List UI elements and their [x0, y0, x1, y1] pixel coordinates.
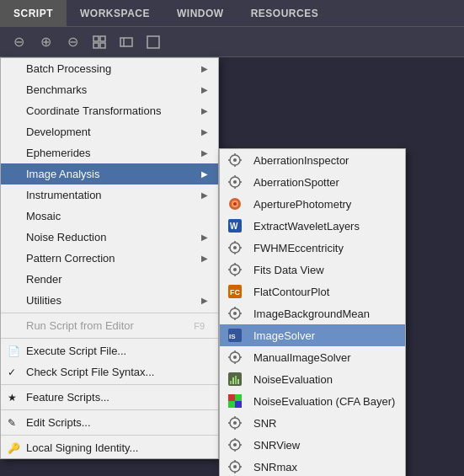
development-label: Development: [26, 126, 91, 138]
submenu-aberration-spotter[interactable]: AberrationSpotter: [220, 171, 405, 193]
zoom-actual-btn[interactable]: [115, 30, 138, 54]
menu-item-execute-script[interactable]: 📄 Execute Script File...: [1, 340, 218, 361]
menu-window[interactable]: WINDOW: [163, 0, 237, 26]
menu-item-feature-scripts[interactable]: ★ Feature Scripts...: [1, 387, 218, 408]
submenu-image-solver[interactable]: IS ImageSolver: [220, 324, 405, 346]
menu-item-ephemerides[interactable]: Ephemerides ▶: [1, 142, 218, 163]
svg-point-39: [233, 312, 237, 315]
check-syntax-label: Check Script File Syntax...: [26, 366, 154, 378]
edit-scripts-label: Edit Scripts...: [26, 416, 91, 429]
execute-script-icon: 📄: [8, 345, 20, 357]
aberration-spotter-icon: [225, 174, 245, 190]
utilities-label: Utilities: [26, 294, 61, 307]
edit-scripts-icon: ✎: [8, 417, 16, 429]
zoom-window-btn[interactable]: [141, 30, 165, 54]
menu-item-run-script: Run Script from Editor F9: [1, 315, 218, 336]
execute-script-label: Execute Script File...: [26, 345, 126, 357]
svg-point-21: [233, 202, 237, 206]
menu-item-edit-scripts[interactable]: ✎ Edit Scripts...: [1, 412, 218, 433]
submenu-noise-evaluation[interactable]: NoiseEvaluation: [220, 368, 405, 390]
arrow-icon: ▶: [201, 148, 208, 158]
svg-rect-54: [232, 377, 234, 384]
image-analysis-label: Image Analysis: [26, 168, 99, 180]
svg-text:W: W: [230, 222, 238, 231]
submenu-snr-max[interactable]: SNRmax: [220, 456, 405, 476]
check-syntax-icon: ✓: [8, 366, 16, 378]
ephemerides-label: Ephemerides: [26, 147, 91, 159]
noise-evaluation-label: NoiseEvaluation: [253, 373, 333, 386]
snr-max-icon: [225, 458, 245, 475]
arrow-icon: ▶: [201, 106, 208, 115]
render-label: Render: [26, 273, 62, 286]
extract-wavelet-icon: W: [225, 217, 245, 234]
script-dropdown: Batch Processing ▶ Benchmarks ▶ Coordina…: [0, 57, 219, 459]
feature-scripts-icon: ★: [8, 392, 17, 404]
menu-resources[interactable]: RESOURCES: [237, 0, 333, 26]
feature-scripts-label: Feature Scripts...: [26, 391, 109, 404]
coord-transform-label: Coordinate Transformations: [26, 104, 161, 117]
menu-workspace[interactable]: WORKSPACE: [67, 0, 163, 26]
separator-1: [1, 313, 218, 313]
svg-point-47: [233, 356, 237, 359]
submenu-image-bg-mean[interactable]: ImageBackgroundMean: [220, 302, 405, 324]
menu-item-utilities[interactable]: Utilities ▶: [1, 290, 218, 311]
flat-contour-icon: FC: [225, 283, 245, 300]
svg-rect-56: [237, 379, 239, 384]
menu-item-development[interactable]: Development ▶: [1, 121, 218, 142]
menu-item-check-syntax[interactable]: ✓ Check Script File Syntax...: [1, 361, 218, 382]
svg-point-68: [233, 443, 237, 447]
menu-item-instrumentation[interactable]: Instrumentation ▶: [1, 185, 218, 206]
svg-point-62: [233, 421, 237, 425]
menus-area: Batch Processing ▶ Benchmarks ▶ Coordina…: [0, 57, 219, 459]
submenu-noise-evaluation-cfa[interactable]: NoiseEvaluation (CFA Bayer): [220, 390, 405, 412]
zoom-in-btn[interactable]: ⊕: [34, 30, 57, 54]
submenu-snr[interactable]: SNR: [220, 412, 405, 434]
arrow-icon: ▶: [201, 127, 208, 136]
submenu-aberration-inspector[interactable]: AberrationInspector: [220, 149, 405, 171]
instrumentation-label: Instrumentation: [26, 189, 102, 201]
aperture-photometry-icon: [225, 195, 245, 212]
submenu-manual-image-solver[interactable]: ManualImageSolver: [220, 346, 405, 368]
image-solver-label: ImageSolver: [253, 329, 315, 342]
mosaic-label: Mosaic: [26, 210, 61, 222]
extract-wavelet-label: ExtractWaveletLayers: [253, 220, 360, 233]
submenu-aperture-photometry[interactable]: AperturePhotometry: [220, 193, 405, 215]
zoom-out-btn[interactable]: ⊖: [7, 30, 30, 54]
menu-item-render[interactable]: Render: [1, 269, 218, 290]
svg-point-8: [233, 158, 237, 162]
local-signing-label: Local Signing Identity...: [26, 441, 138, 454]
menu-item-coord-transform[interactable]: Coordinate Transformations ▶: [1, 100, 218, 121]
svg-rect-6: [147, 36, 159, 48]
image-bg-mean-label: ImageBackgroundMean: [253, 308, 370, 320]
menu-item-benchmarks[interactable]: Benchmarks ▶: [1, 79, 218, 100]
zoom-fit-btn[interactable]: [88, 30, 111, 54]
menu-item-local-signing[interactable]: 🔑 Local Signing Identity...: [1, 437, 218, 458]
menu-item-pattern-correction[interactable]: Pattern Correction ▶: [1, 248, 218, 269]
arrow-icon: ▶: [201, 233, 208, 242]
manual-image-solver-label: ManualImageSolver: [253, 351, 351, 364]
submenu-extract-wavelet[interactable]: W ExtractWaveletLayers: [220, 215, 405, 237]
svg-rect-4: [120, 38, 132, 46]
submenu-fits-data[interactable]: Fits Data View: [220, 259, 405, 281]
menu-item-noise-reduction[interactable]: Noise Reduction ▶: [1, 227, 218, 248]
run-script-label: Run Script from Editor: [26, 319, 134, 332]
menu-item-batch-processing[interactable]: Batch Processing ▶: [1, 58, 218, 79]
fwhm-label: FWHMEccentricity: [253, 242, 344, 254]
menu-script[interactable]: SCRIPT: [0, 0, 67, 26]
arrow-icon: ▶: [201, 254, 208, 263]
menu-item-image-analysis[interactable]: Image Analysis ▶: [1, 163, 218, 185]
batch-processing-label: Batch Processing: [26, 62, 111, 75]
svg-rect-53: [230, 381, 232, 384]
submenu-flat-contour[interactable]: FC FlatContourPlot: [220, 281, 405, 302]
local-signing-icon: 🔑: [8, 442, 20, 454]
menu-item-mosaic[interactable]: Mosaic: [1, 206, 218, 227]
image-bg-mean-icon: [225, 305, 245, 322]
menu-bar: SCRIPT WORKSPACE WINDOW RESOURCES: [0, 0, 464, 27]
svg-point-31: [233, 268, 237, 271]
fwhm-icon: [225, 239, 245, 256]
snr-icon: [225, 414, 245, 431]
submenu-snr-view[interactable]: SNRView: [220, 434, 405, 456]
submenu-fwhm[interactable]: FWHMEccentricity: [220, 237, 405, 259]
aberration-inspector-label: AberrationInspector: [253, 154, 349, 167]
zoom-out2-btn[interactable]: ⊖: [61, 30, 84, 54]
